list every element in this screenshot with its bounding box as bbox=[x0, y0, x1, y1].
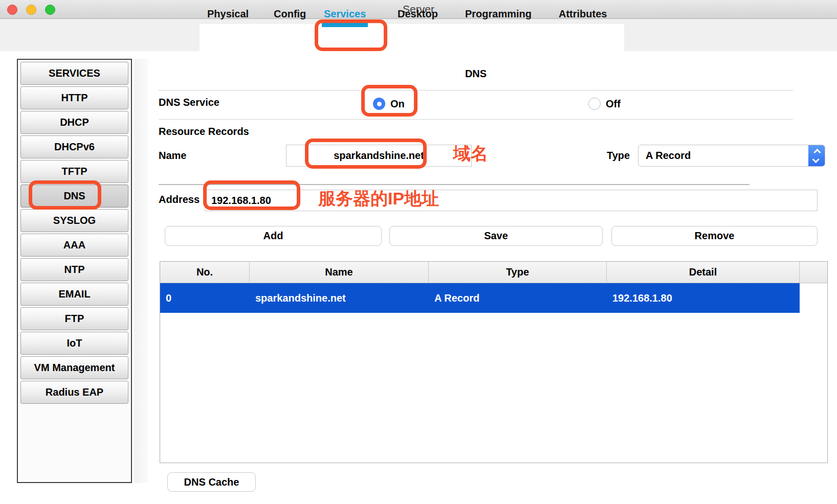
sidebar-item-dns[interactable]: DNS bbox=[20, 185, 128, 208]
type-label: Type bbox=[607, 150, 630, 162]
sidebar-scroll-area[interactable] bbox=[134, 59, 148, 483]
sidebar-item-aaa[interactable]: AAA bbox=[20, 234, 128, 257]
sidebar-item-ntp[interactable]: NTP bbox=[20, 258, 128, 281]
divider bbox=[159, 90, 793, 90]
table-header-filler bbox=[800, 262, 827, 283]
on-radio-label: On bbox=[390, 98, 405, 110]
remove-button[interactable]: Remove bbox=[611, 226, 818, 246]
sidebar-item-ftp[interactable]: FTP bbox=[20, 307, 128, 330]
name-label: Name bbox=[159, 150, 186, 162]
zoom-button[interactable] bbox=[45, 5, 55, 15]
resource-records-heading: Resource Records bbox=[159, 126, 249, 138]
dns-cache-button[interactable]: DNS Cache bbox=[167, 472, 256, 492]
server-window: Server PhysicalConfigServicesDesktopProg… bbox=[0, 0, 837, 504]
type-select-value: A Record bbox=[638, 150, 808, 162]
tab-services[interactable]: Services bbox=[324, 4, 366, 24]
table-cell: 192.168.1.80 bbox=[607, 283, 800, 313]
table-row[interactable]: 0sparkandshine.netA Record192.168.1.80 bbox=[160, 283, 800, 313]
table-header-name[interactable]: Name bbox=[250, 262, 429, 283]
select-stepper[interactable] bbox=[808, 145, 825, 166]
sidebar-item-services[interactable]: SERVICES bbox=[20, 62, 128, 85]
off-radio[interactable] bbox=[588, 98, 601, 110]
dns-service-on-option: On bbox=[373, 98, 405, 110]
table-body: 0sparkandshine.netA Record192.168.1.80 bbox=[160, 283, 827, 313]
sidebar-item-dhcp[interactable]: DHCP bbox=[20, 111, 128, 134]
table-header-detail[interactable]: Detail bbox=[607, 262, 800, 283]
type-select[interactable]: A Record bbox=[638, 145, 825, 167]
table-header-row: No.NameTypeDetail bbox=[160, 262, 827, 283]
save-button[interactable]: Save bbox=[389, 226, 603, 246]
sidebar-item-vm-management[interactable]: VM Management bbox=[20, 356, 128, 379]
table-cell: 0 bbox=[160, 283, 250, 313]
sidebar-item-email[interactable]: EMAIL bbox=[20, 283, 128, 306]
close-button[interactable] bbox=[7, 5, 17, 15]
address-label: Address bbox=[159, 194, 200, 205]
sidebar-item-dhcpv6[interactable]: DHCPv6 bbox=[20, 135, 128, 158]
tab-physical[interactable]: Physical bbox=[207, 4, 249, 24]
dns-service-label: DNS Service bbox=[159, 97, 219, 108]
name-input[interactable] bbox=[286, 145, 472, 167]
resource-records-table: No.NameTypeDetail 0sparkandshine.netA Re… bbox=[160, 261, 828, 463]
table-header-type[interactable]: Type bbox=[429, 262, 607, 283]
up-chevron-icon bbox=[813, 148, 821, 155]
table-cell: A Record bbox=[429, 283, 607, 313]
on-radio[interactable] bbox=[373, 98, 385, 110]
divider bbox=[159, 119, 793, 120]
services-sidebar: SERVICESHTTPDHCPDHCPv6TFTPDNSSYSLOGAAANT… bbox=[17, 59, 132, 483]
tab-bar bbox=[200, 24, 624, 51]
address-input[interactable] bbox=[205, 190, 818, 211]
tab-programming[interactable]: Programming bbox=[465, 4, 532, 24]
minimize-button[interactable] bbox=[26, 5, 36, 15]
table-cell: sparkandshine.net bbox=[250, 283, 429, 313]
dns-section-title: DNS bbox=[159, 68, 793, 80]
sidebar-item-http[interactable]: HTTP bbox=[20, 86, 128, 109]
table-header-no[interactable]: No. bbox=[160, 262, 250, 283]
tab-config[interactable]: Config bbox=[274, 4, 306, 24]
add-button[interactable]: Add bbox=[165, 226, 382, 246]
tab-desktop[interactable]: Desktop bbox=[398, 4, 438, 24]
off-radio-label: Off bbox=[606, 98, 621, 110]
down-chevron-icon bbox=[812, 155, 820, 163]
divider bbox=[159, 184, 750, 185]
sidebar-item-syslog[interactable]: SYSLOG bbox=[20, 209, 128, 232]
tab-attributes[interactable]: Attributes bbox=[559, 4, 607, 24]
sidebar-item-radius-eap[interactable]: Radius EAP bbox=[20, 381, 128, 404]
dns-service-off-option: Off bbox=[588, 98, 621, 110]
traffic-lights bbox=[7, 5, 55, 15]
sidebar-item-tftp[interactable]: TFTP bbox=[20, 160, 128, 183]
sidebar-item-iot[interactable]: IoT bbox=[20, 332, 128, 355]
